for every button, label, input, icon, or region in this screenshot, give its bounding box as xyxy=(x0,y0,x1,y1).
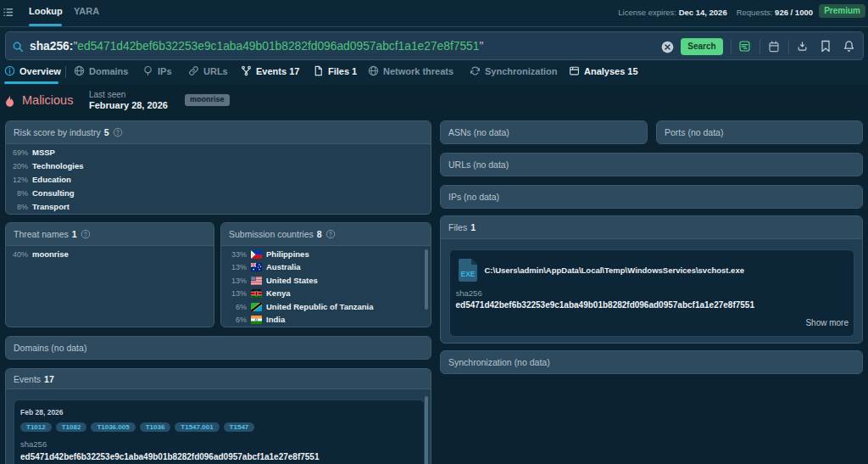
svg-text:EXE: EXE xyxy=(460,270,475,278)
